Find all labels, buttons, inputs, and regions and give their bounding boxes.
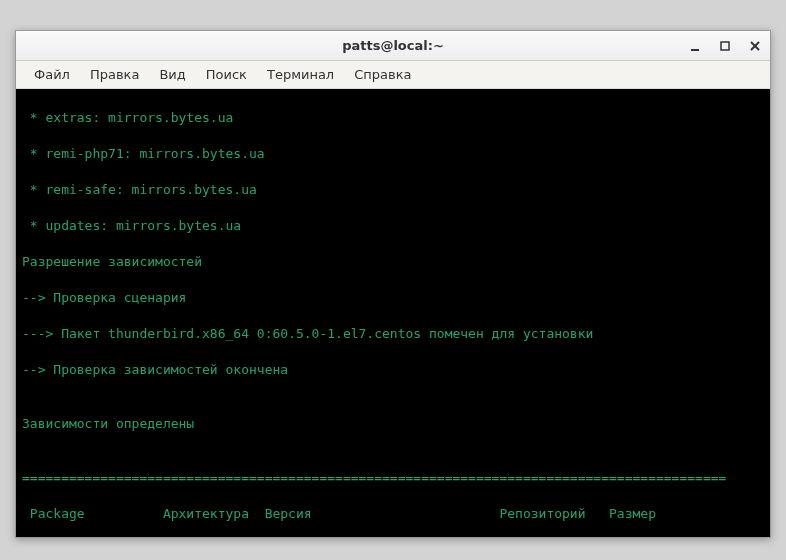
- menu-edit[interactable]: Правка: [80, 65, 149, 84]
- terminal-output[interactable]: * extras: mirrors.bytes.ua * remi-php71:…: [16, 89, 770, 537]
- menu-terminal[interactable]: Терминал: [257, 65, 344, 84]
- minimize-button[interactable]: [686, 37, 704, 55]
- maximize-button[interactable]: [716, 37, 734, 55]
- terminal-line: * extras: mirrors.bytes.ua: [22, 109, 764, 127]
- terminal-line: * remi-php71: mirrors.bytes.ua: [22, 145, 764, 163]
- menu-help[interactable]: Справка: [344, 65, 421, 84]
- terminal-line: Package Архитектура Версия Репозиторий Р…: [22, 505, 764, 523]
- terminal-line: ========================================…: [22, 469, 764, 487]
- terminal-line: Разрешение зависимостей: [22, 253, 764, 271]
- titlebar[interactable]: patts@local:~: [16, 31, 770, 61]
- terminal-line: * remi-safe: mirrors.bytes.ua: [22, 181, 764, 199]
- terminal-line: ---> Пакет thunderbird.x86_64 0:60.5.0-1…: [22, 325, 764, 343]
- menu-file[interactable]: Файл: [24, 65, 80, 84]
- terminal-window: patts@local:~ Файл Правка Вид Поиск Терм…: [15, 30, 771, 538]
- terminal-line: --> Проверка сценария: [22, 289, 764, 307]
- close-button[interactable]: [746, 37, 764, 55]
- svg-rect-1: [721, 42, 729, 50]
- menu-search[interactable]: Поиск: [196, 65, 257, 84]
- terminal-line: * updates: mirrors.bytes.ua: [22, 217, 764, 235]
- menu-view[interactable]: Вид: [149, 65, 195, 84]
- menubar: Файл Правка Вид Поиск Терминал Справка: [16, 61, 770, 89]
- window-title: patts@local:~: [342, 38, 444, 53]
- window-controls: [686, 37, 764, 55]
- terminal-line: Зависимости определены: [22, 415, 764, 433]
- terminal-line: --> Проверка зависимостей окончена: [22, 361, 764, 379]
